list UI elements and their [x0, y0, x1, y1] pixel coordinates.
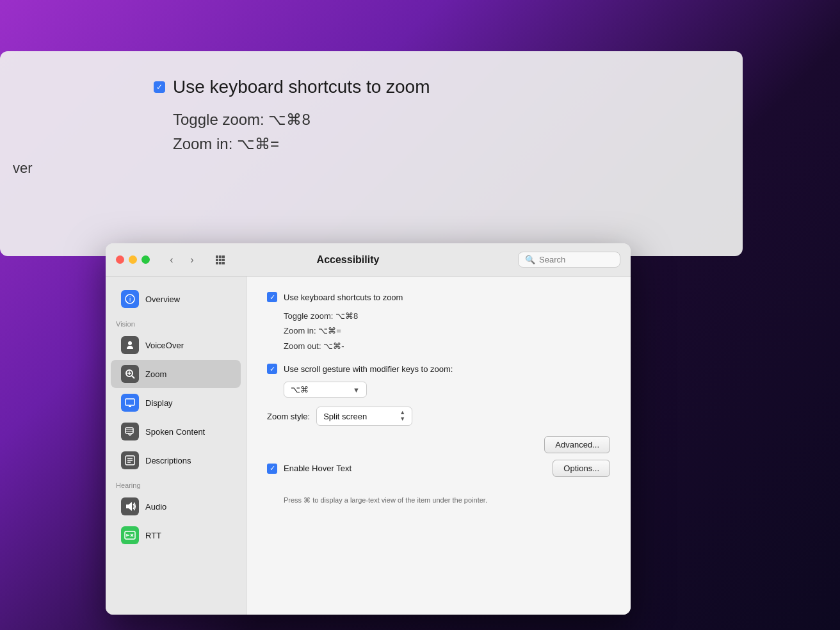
svg-line-13	[132, 376, 134, 378]
minimize-button[interactable]	[129, 255, 137, 264]
shortcuts-info: Toggle zoom: ⌥⌘8 Zoom in: ⌥⌘= Zoom out: …	[284, 309, 610, 353]
descriptions-icon	[121, 451, 139, 469]
modifier-key-label: ⌥⌘	[291, 385, 348, 394]
svg-rect-7	[219, 262, 222, 264]
stepper-arrows-icon: ▲ ▼	[400, 410, 405, 423]
hover-text-description: Press ⌘ to display a large-text view of …	[284, 496, 610, 505]
sidebar-label-rtt: RTT	[145, 531, 161, 540]
forward-button[interactable]: ›	[183, 251, 201, 269]
svg-rect-6	[216, 262, 218, 264]
svg-marker-26	[126, 502, 132, 511]
svg-rect-8	[222, 262, 225, 264]
zoom-style-label: Zoom style:	[267, 412, 310, 421]
sidebar-item-overview[interactable]: i Overview	[111, 285, 241, 313]
svg-rect-16	[125, 399, 134, 405]
window-title: Accessibility	[237, 254, 459, 266]
search-icon: 🔍	[525, 255, 535, 264]
sidebar-item-rtt[interactable]: RTT	[111, 521, 241, 549]
advanced-button[interactable]: Advanced...	[544, 436, 610, 453]
voiceover-icon	[121, 336, 139, 354]
main-window: ‹ › Accessibility 🔍	[106, 243, 631, 615]
close-button[interactable]	[116, 255, 124, 264]
svg-rect-0	[216, 255, 218, 258]
sidebar-label-display: Display	[145, 398, 173, 408]
fullscreen-button[interactable]	[141, 255, 150, 264]
behind-checkbox: ✓	[154, 81, 165, 93]
sidebar-item-voiceover[interactable]: VoiceOver	[111, 331, 241, 359]
scroll-gesture-label: Use scroll gesture with modifier keys to…	[284, 364, 453, 374]
zoom-style-dropdown[interactable]: Split screen ▲ ▼	[316, 407, 412, 426]
sidebar-section-hearing: Hearing	[106, 475, 246, 492]
sidebar-label-voiceover: VoiceOver	[145, 341, 184, 350]
svg-rect-1	[219, 255, 222, 258]
sidebar-item-spoken-content[interactable]: Spoken Content	[111, 417, 241, 446]
behind-window: ✓ Use keyboard shortcuts to zoom Toggle …	[0, 51, 743, 256]
scroll-gesture-checkbox[interactable]: ✓	[267, 364, 277, 374]
sidebar-label-zoom: Zoom	[145, 369, 166, 379]
svg-rect-5	[222, 259, 225, 261]
sidebar-label-overview: Overview	[145, 295, 180, 304]
search-bar[interactable]: 🔍	[518, 252, 620, 268]
svg-rect-4	[219, 259, 222, 261]
keyboard-shortcuts-label: Use keyboard shortcuts to zoom	[284, 293, 403, 302]
spoken-content-icon	[121, 423, 139, 440]
sidebar-item-audio[interactable]: Audio	[111, 492, 241, 521]
back-button[interactable]: ‹	[163, 251, 181, 269]
sidebar-item-descriptions[interactable]: Descriptions	[111, 446, 241, 474]
sidebar-item-zoom[interactable]: Zoom	[111, 360, 241, 388]
grid-icon[interactable]	[211, 251, 229, 269]
keyboard-shortcuts-row: ✓ Use keyboard shortcuts to zoom	[267, 292, 610, 302]
sidebar-item-display[interactable]: Display	[111, 389, 241, 417]
search-input[interactable]	[539, 255, 613, 264]
keyboard-shortcuts-checkbox[interactable]: ✓	[267, 292, 277, 302]
svg-rect-2	[222, 255, 225, 258]
sidebar-label-spoken-content: Spoken Content	[145, 427, 205, 437]
behind-nav-label: ver	[13, 160, 33, 177]
zoom-icon	[121, 365, 139, 383]
audio-icon	[121, 497, 139, 515]
hover-text-label: Enable Hover Text	[284, 464, 351, 473]
svg-rect-19	[125, 428, 133, 433]
titlebar: ‹ › Accessibility 🔍	[106, 243, 631, 277]
modifier-key-dropdown[interactable]: ⌥⌘ ▼	[284, 382, 367, 398]
sidebar: i Overview Vision VoiceOver	[106, 277, 246, 615]
advanced-row: Advanced...	[267, 436, 610, 453]
behind-keyboard-shortcuts-label: Use keyboard shortcuts to zoom	[173, 77, 430, 97]
hover-text-section: ✓ Enable Hover Text Options... Press ⌘ t…	[267, 464, 610, 505]
sidebar-section-vision: Vision	[106, 314, 246, 330]
hover-text-checkbox[interactable]: ✓	[267, 464, 277, 474]
window-body: i Overview Vision VoiceOver	[106, 277, 631, 615]
sidebar-label-audio: Audio	[145, 502, 166, 512]
zoom-style-value: Split screen	[323, 412, 396, 421]
options-button[interactable]: Options...	[553, 460, 610, 477]
svg-text:i: i	[129, 296, 131, 303]
scroll-gesture-row: ✓ Use scroll gesture with modifier keys …	[267, 364, 610, 374]
dropdown-arrow-icon: ▼	[353, 386, 360, 394]
zoom-in-shortcut: Zoom in: ⌥⌘=	[284, 323, 610, 338]
nav-arrows: ‹ ›	[163, 251, 201, 269]
toggle-zoom-shortcut: Toggle zoom: ⌥⌘8	[284, 309, 610, 323]
behind-shortcuts: Toggle zoom: ⌥⌘8 Zoom in: ⌥⌘=	[173, 108, 704, 157]
main-content: ✓ Use keyboard shortcuts to zoom Toggle …	[246, 277, 631, 615]
rtt-icon	[121, 526, 139, 544]
sidebar-label-descriptions: Descriptions	[145, 456, 191, 465]
svg-point-11	[128, 341, 132, 345]
svg-rect-3	[216, 259, 218, 261]
traffic-lights	[116, 255, 150, 264]
overview-icon: i	[121, 290, 139, 308]
zoom-style-row: Zoom style: Split screen ▲ ▼	[267, 407, 610, 426]
zoom-out-shortcut: Zoom out: ⌥⌘-	[284, 339, 610, 353]
display-icon	[121, 394, 139, 412]
